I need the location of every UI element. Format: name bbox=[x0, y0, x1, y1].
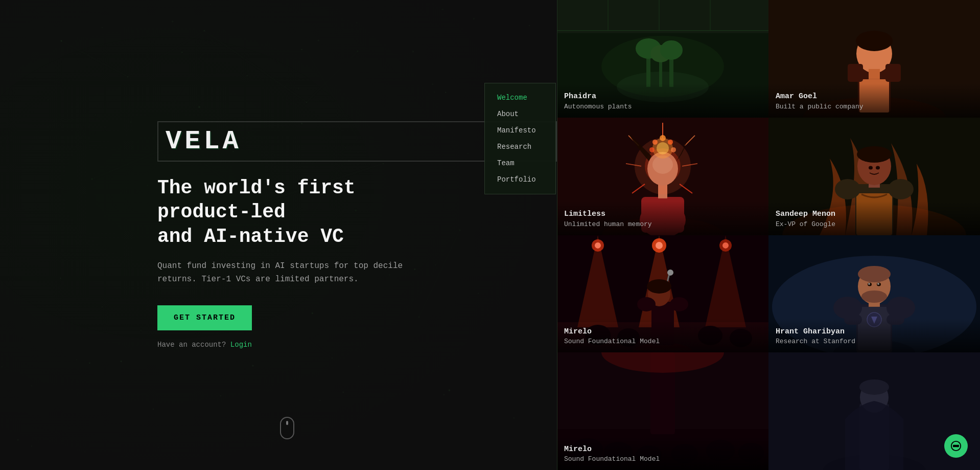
svg-rect-130 bbox=[848, 64, 863, 82]
sandeep-overlay: Sandeep Menon Ex-VP of Google bbox=[768, 201, 980, 235]
svg-point-181 bbox=[670, 297, 688, 311]
mirelo-bottom-subtitle: Sound Foundational Model bbox=[564, 455, 761, 463]
svg-point-163 bbox=[888, 179, 914, 199]
card-amar[interactable]: Amar Goel Built a public company bbox=[768, 0, 980, 118]
svg-point-128 bbox=[856, 31, 893, 51]
svg-rect-127 bbox=[869, 69, 880, 79]
phaidra-overlay: Phaidra Autonomous plants bbox=[557, 83, 768, 118]
nav-item-research[interactable]: Research bbox=[485, 139, 555, 155]
chat-icon bbox=[950, 440, 962, 452]
login-prompt: Have an account? Login bbox=[157, 341, 557, 349]
hero-headline: The world's first product-ledand AI-nati… bbox=[157, 176, 423, 249]
get-started-button[interactable]: GET STARTED bbox=[157, 305, 252, 330]
svg-point-154 bbox=[649, 147, 655, 152]
amar-overlay: Amar Goel Built a public company bbox=[768, 83, 980, 118]
left-panel: VELA The world's first product-ledand AI… bbox=[0, 0, 557, 470]
sandeep-subtitle: Ex-VP of Google bbox=[776, 220, 973, 228]
svg-point-152 bbox=[671, 147, 676, 152]
mirelo-title: Mirelo bbox=[564, 327, 761, 337]
sandeep-title: Sandeep Menon bbox=[776, 209, 973, 219]
svg-point-164 bbox=[869, 166, 873, 169]
svg-rect-131 bbox=[885, 64, 901, 82]
svg-point-165 bbox=[876, 166, 880, 169]
nav-menu: Welcome About Manifesto Research Team Po… bbox=[484, 83, 556, 194]
mirelo-bottom-title: Mirelo bbox=[564, 444, 761, 455]
svg-point-162 bbox=[835, 179, 860, 199]
mirelo-overlay: Mirelo Sound Foundational Model bbox=[557, 319, 768, 353]
hrant-overlay: Hrant Gharibyan Research at Stanford bbox=[768, 319, 980, 353]
svg-point-221 bbox=[953, 445, 955, 447]
hrant-title: Hrant Gharibyan bbox=[776, 327, 973, 337]
right-panel: Phaidra Autonomous plants Amar Goel Buil bbox=[557, 0, 980, 470]
card-limitless[interactable]: Limitless Unlimited human memory bbox=[557, 118, 768, 235]
phaidra-title: Phaidra bbox=[564, 92, 761, 102]
svg-point-171 bbox=[595, 242, 601, 248]
svg-point-172 bbox=[656, 241, 663, 249]
hero-subheadline: Quant fund investing in AI startups for … bbox=[157, 260, 413, 286]
svg-point-151 bbox=[668, 140, 673, 145]
card-phaidra[interactable]: Phaidra Autonomous plants bbox=[557, 0, 768, 118]
svg-point-223 bbox=[957, 445, 959, 447]
limitless-subtitle: Unlimited human memory bbox=[564, 220, 761, 228]
svg-point-193 bbox=[858, 265, 891, 282]
mirelo-bottom-overlay: Mirelo Sound Foundational Model bbox=[557, 436, 768, 471]
login-link[interactable]: Login bbox=[230, 341, 252, 349]
svg-point-208 bbox=[859, 379, 889, 395]
svg-point-153 bbox=[652, 140, 658, 145]
limitless-title: Limitless bbox=[564, 209, 761, 219]
chat-button[interactable] bbox=[944, 434, 968, 458]
svg-point-149 bbox=[657, 142, 669, 154]
svg-point-197 bbox=[868, 282, 870, 284]
card-mirelo-bottom[interactable]: Mirelo Sound Foundational Model bbox=[557, 352, 768, 470]
nav-item-team[interactable]: Team bbox=[485, 155, 555, 171]
card-hrant[interactable]: Hrant Gharibyan Research at Stanford bbox=[768, 235, 980, 353]
svg-point-194 bbox=[861, 290, 887, 302]
svg-point-179 bbox=[647, 279, 671, 293]
svg-point-222 bbox=[955, 445, 957, 447]
svg-point-173 bbox=[722, 242, 729, 248]
nav-item-portfolio[interactable]: Portfolio bbox=[485, 171, 555, 188]
nav-item-welcome[interactable]: Welcome bbox=[485, 89, 555, 106]
nav-item-about[interactable]: About bbox=[485, 106, 555, 122]
mirelo-subtitle: Sound Foundational Model bbox=[564, 338, 761, 345]
card-sandeep[interactable]: Sandeep Menon Ex-VP of Google bbox=[768, 118, 980, 235]
svg-point-177 bbox=[667, 269, 673, 275]
svg-point-150 bbox=[660, 135, 666, 141]
hrant-subtitle: Research at Stanford bbox=[776, 338, 973, 345]
svg-point-160 bbox=[857, 146, 892, 163]
card-mirelo[interactable]: Mirelo Sound Foundational Model bbox=[557, 235, 768, 353]
limitless-overlay: Limitless Unlimited human memory bbox=[557, 201, 768, 235]
amar-subtitle: Built a public company bbox=[776, 103, 973, 110]
svg-point-180 bbox=[637, 297, 656, 311]
svg-point-198 bbox=[877, 282, 879, 284]
nav-item-manifesto[interactable]: Manifesto bbox=[485, 122, 555, 139]
svg-rect-110 bbox=[557, 0, 768, 33]
amar-title: Amar Goel bbox=[776, 92, 973, 102]
phaidra-subtitle: Autonomous plants bbox=[564, 103, 761, 110]
panel-divider bbox=[557, 0, 557, 470]
